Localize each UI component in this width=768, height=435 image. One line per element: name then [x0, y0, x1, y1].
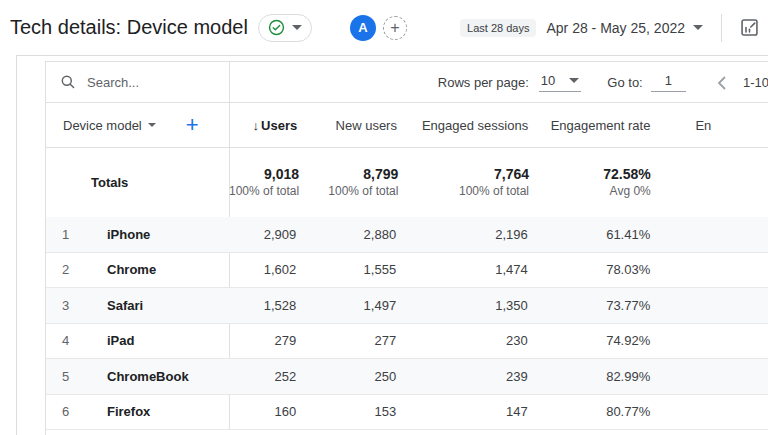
column-header-users[interactable]: ↓Users: [213, 118, 304, 133]
go-to-label: Go to:: [607, 75, 642, 90]
search-input[interactable]: Search...: [46, 74, 229, 90]
dimension-selector[interactable]: Device model: [63, 118, 156, 133]
cell-engaged-sessions: 1,350: [402, 298, 534, 313]
report-status-dropdown[interactable]: [258, 14, 312, 42]
row-index: 3: [62, 298, 90, 313]
cell-engagement-rate: 78.03%: [534, 262, 657, 277]
row-index: 1: [62, 227, 90, 242]
add-comparison-button[interactable]: +: [383, 16, 407, 40]
table-body: 1 iPhone 2,909 2,880 2,196 61.41% 2 Chro…: [46, 217, 768, 430]
table-row[interactable]: 2 Chrome 1,602 1,555 1,474 78.03%: [46, 253, 768, 289]
customize-report-icon: [739, 17, 760, 38]
cell-engagement-rate: 73.77%: [534, 298, 657, 313]
cell-users: 2,909: [211, 227, 302, 242]
page-range-indicator: 1-10: [743, 75, 768, 90]
cell-new-users: 1,555: [302, 262, 402, 277]
cell-new-users: 153: [302, 404, 402, 419]
column-header-new-users[interactable]: New users: [303, 118, 403, 133]
cell-engaged-sessions: 2,196: [402, 227, 534, 242]
cell-engagement-rate: 74.92%: [534, 333, 657, 348]
customize-report-button[interactable]: [736, 15, 762, 41]
totals-label: Totals: [46, 175, 215, 190]
dimension-header-cell: Device model +: [46, 114, 213, 136]
cell-new-users: 250: [302, 369, 402, 384]
cell-users: 252: [211, 369, 302, 384]
rows-per-page-value: 10: [541, 73, 555, 88]
rows-per-page-label: Rows per page:: [438, 75, 529, 90]
column-header-engaged-sessions[interactable]: Engaged sessions: [403, 118, 534, 133]
chevron-down-icon: [292, 25, 302, 30]
row-index: 5: [62, 369, 90, 384]
add-dimension-button[interactable]: +: [186, 114, 199, 136]
device-model-name: Firefox: [107, 404, 150, 419]
table-row[interactable]: 3 Safari 1,528 1,497 1,350 73.77%: [46, 288, 768, 324]
table-column-headers: Device model + ↓Users New users Engaged …: [46, 103, 768, 148]
cell-new-users: 1,497: [302, 298, 402, 313]
sort-descending-icon: ↓: [253, 118, 260, 133]
cell-users: 279: [211, 333, 302, 348]
header-rule: [16, 55, 768, 56]
column-header-engagement-rate[interactable]: Engagement rate: [534, 118, 656, 133]
ga4-report-page: Tech details: Device model A + Last 28 d…: [0, 0, 768, 435]
cell-engagement-rate: 80.77%: [534, 404, 657, 419]
date-range-value[interactable]: Apr 28 - May 25, 2022: [546, 20, 685, 36]
column-header-clipped[interactable]: En: [656, 118, 768, 133]
comparison-avatar[interactable]: A: [350, 15, 376, 41]
cell-users: 1,528: [211, 298, 302, 313]
header-divider: [721, 14, 722, 42]
row-index: 2: [62, 262, 90, 277]
cell-new-users: 277: [302, 333, 402, 348]
totals-new-users: 8,799 100% of total: [305, 165, 404, 200]
go-to-page-input[interactable]: 1: [651, 73, 686, 92]
plus-icon: +: [390, 20, 399, 36]
table-row[interactable]: 6 Firefox 160 153 147 80.77%: [46, 395, 768, 431]
device-model-name: iPhone: [107, 227, 150, 242]
totals-engaged-sessions: 7,764 100% of total: [404, 165, 535, 200]
row-index: 6: [62, 404, 90, 419]
device-model-name: iPad: [107, 333, 134, 348]
cell-engaged-sessions: 1,474: [402, 262, 534, 277]
table-row[interactable]: 1 iPhone 2,909 2,880 2,196 61.41%: [46, 217, 768, 253]
totals-row: Totals 9,018 100% of total 8,799 100% of…: [46, 148, 768, 217]
device-model-name: Chrome: [107, 262, 156, 277]
device-model-name: Safari: [107, 298, 143, 313]
date-range-chip: Last 28 days: [460, 19, 536, 37]
search-icon: [60, 74, 76, 90]
page-title: Tech details: Device model: [10, 16, 248, 39]
totals-users: 9,018 100% of total: [215, 165, 305, 200]
report-header: Tech details: Device model A + Last 28 d…: [0, 0, 768, 55]
totals-engagement-rate: 72.58% Avg 0%: [535, 165, 657, 200]
cell-engaged-sessions: 230: [402, 333, 534, 348]
cell-engaged-sessions: 239: [402, 369, 534, 384]
cell-engaged-sessions: 147: [402, 404, 534, 419]
check-circle-icon: [268, 19, 285, 36]
date-range-area: Last 28 days Apr 28 - May 25, 2022: [460, 0, 762, 55]
cell-users: 160: [211, 404, 302, 419]
cell-users: 1,602: [211, 262, 302, 277]
cell-engagement-rate: 82.99%: [534, 369, 657, 384]
report-table-card: Search... Rows per page: 10 Go to: 1 1-1…: [45, 61, 768, 435]
rows-per-page-select[interactable]: 10: [539, 73, 581, 92]
dimension-label: Device model: [63, 118, 142, 133]
chevron-down-icon[interactable]: [693, 25, 703, 30]
search-placeholder: Search...: [87, 75, 139, 90]
sidenav-rule: [16, 55, 17, 435]
cell-engagement-rate: 61.41%: [534, 227, 657, 242]
device-model-name: ChromeBook: [107, 369, 189, 384]
pagination-controls: Rows per page: 10 Go to: 1 1-10: [438, 62, 768, 103]
chevron-down-icon: [148, 123, 156, 127]
table-toolbar: Search... Rows per page: 10 Go to: 1 1-1…: [46, 62, 768, 103]
table-row[interactable]: 5 ChromeBook 252 250 239 82.99%: [46, 359, 768, 395]
row-index: 4: [62, 333, 90, 348]
chevron-left-icon[interactable]: [716, 76, 727, 90]
table-row[interactable]: 4 iPad 279 277 230 74.92%: [46, 324, 768, 360]
chevron-down-icon: [569, 78, 579, 83]
cell-new-users: 2,880: [302, 227, 402, 242]
